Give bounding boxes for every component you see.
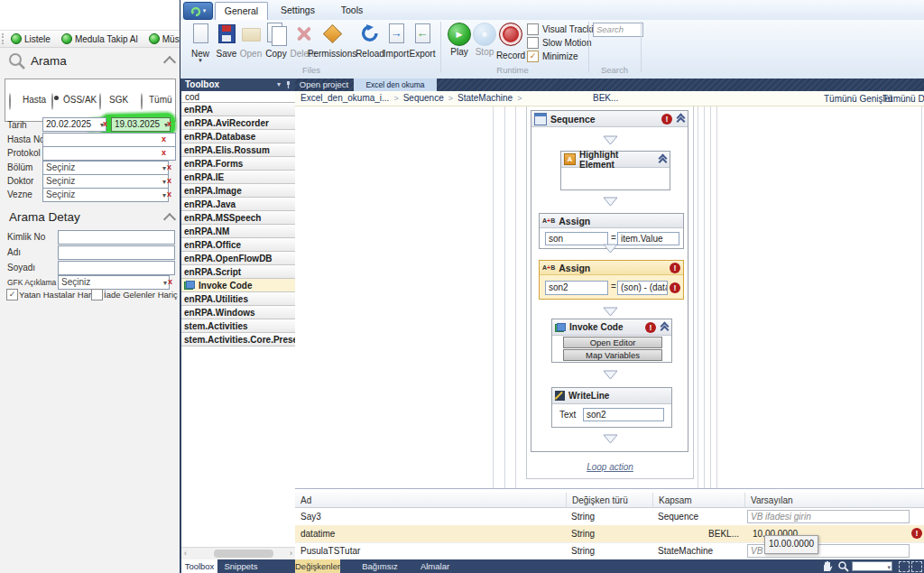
toolbox-category[interactable]: enRPA.Utilities (181, 292, 296, 306)
date-from-clear-icon[interactable]: x (103, 119, 107, 128)
var-type[interactable]: String (566, 525, 652, 542)
toolbox-category[interactable]: enRPA.AviRecorder (181, 116, 296, 130)
sequence-activity[interactable]: Sequence ! A Highlight Element A+B Assig… (531, 110, 688, 452)
toolbox-category[interactable]: enRPA.OpenFlowDB (181, 252, 296, 265)
scroll-left-icon[interactable]: ‹ (184, 549, 187, 558)
fit-selection-icon[interactable] (911, 561, 922, 572)
tab-bagimsiz-degiskenler[interactable]: Bağımsız değişkenler (344, 559, 416, 573)
column-header-scope[interactable]: Kapsam (652, 493, 744, 508)
tab-excel-den-okuma[interactable]: Excel den okuma işlemi* × (354, 79, 437, 91)
assign1-value-input[interactable]: item.Value (617, 232, 679, 245)
collapse-icon[interactable] (676, 115, 685, 124)
toolbox-category[interactable]: enRPA.Windows (181, 306, 296, 319)
var-type[interactable]: String (566, 542, 652, 559)
assign1-header[interactable]: A+B Assign (540, 214, 683, 228)
var-default-input[interactable]: VB ifadesi girin (747, 510, 910, 523)
date-from-field[interactable]: 20.02.2025 ▾ (42, 117, 106, 132)
fit-to-screen-icon[interactable] (899, 561, 910, 572)
collapse-detay-icon[interactable] (163, 213, 176, 226)
toolbox-category[interactable]: enRPA.Script (181, 265, 296, 279)
tab-tools[interactable]: Tools (330, 2, 374, 19)
toolbox-category[interactable]: enRPA.MSSpeech (181, 211, 296, 225)
column-header-type[interactable]: Değişken türü (566, 493, 652, 508)
writeline-text-input[interactable]: son2 (583, 408, 664, 421)
collapse-icon[interactable] (660, 323, 669, 332)
vezne-clear-icon[interactable]: x (167, 189, 171, 199)
breadcrumb-state[interactable]: BEK... (593, 93, 618, 103)
assign2-to-input[interactable]: son2 (545, 281, 608, 295)
toolbar-grip[interactable] (2, 33, 4, 44)
toolbox-header[interactable]: Toolbox ▾ (181, 79, 295, 91)
toolbox-category[interactable]: enRPA.Forms (181, 157, 296, 171)
listele-button[interactable]: Listele (24, 34, 51, 44)
breadcrumb-sequence[interactable]: Sequence (403, 93, 444, 103)
gfk-clear-icon[interactable]: x (168, 277, 172, 286)
bolum-clear-icon[interactable]: x (167, 162, 171, 171)
assign1-to-input[interactable]: son (545, 232, 608, 245)
date-to-field[interactable]: 19.03.2025 ▾ (111, 117, 171, 132)
open-editor-button[interactable]: Open Editor (563, 337, 662, 348)
gfk-dropdown-icon[interactable]: ▾ (163, 277, 167, 289)
writeline-header[interactable]: WriteLine (552, 388, 671, 404)
adi-input[interactable] (58, 245, 175, 260)
zoom-icon[interactable] (837, 560, 849, 572)
app-menu-button[interactable]: ▾ (183, 2, 213, 20)
vezne-select[interactable]: Seçiniz ▾ (42, 188, 169, 202)
ribbon-search-input[interactable]: Search (593, 23, 643, 37)
yatan-checkbox[interactable]: ✓ (6, 289, 18, 300)
writeline-activity[interactable]: WriteLine Text son2 (551, 387, 672, 428)
toolbox-hscrollbar[interactable]: ‹ › (181, 547, 295, 559)
toolbox-search-input[interactable]: cod (181, 91, 295, 103)
radio-hasta[interactable] (9, 93, 11, 110)
radio-ossak[interactable] (51, 93, 53, 110)
radio-sgk[interactable] (99, 93, 101, 110)
protokol-no-input[interactable] (42, 146, 176, 161)
tab-almalar[interactable]: Almalar (420, 559, 450, 573)
var-name[interactable]: PusulaTSTutar (295, 542, 566, 559)
highlight-element-header[interactable]: A Highlight Element (561, 152, 670, 168)
slow-motion-checkbox[interactable]: Slow Motion (527, 37, 591, 49)
collapse-icon[interactable] (658, 155, 667, 164)
map-variables-button[interactable]: Map Variables (563, 349, 662, 361)
highlight-element-activity[interactable]: A Highlight Element (560, 151, 670, 190)
soyadi-input[interactable] (58, 261, 175, 275)
sequence-header[interactable]: Sequence ! (531, 111, 688, 127)
hasta-no-clear-icon[interactable]: x (162, 134, 166, 143)
collapse-arama-icon[interactable] (163, 56, 176, 69)
tab-general[interactable]: General (215, 2, 268, 20)
var-scope[interactable]: StateMachine (652, 542, 744, 559)
toolbox-category[interactable]: enRPA.NM (181, 225, 296, 238)
var-name[interactable]: datatime (295, 525, 566, 542)
workflow-canvas[interactable]: Loop action Sequence ! A Highlight Eleme… (295, 106, 924, 488)
date-to-clear-icon[interactable]: x (167, 119, 171, 128)
var-scope[interactable]: BEKL... (652, 525, 739, 542)
doktor-clear-icon[interactable]: x (167, 176, 171, 185)
tab-settings[interactable]: Settings (271, 2, 325, 19)
toolbox-category[interactable]: enRPA.Image (181, 184, 296, 198)
collapse-all-link[interactable]: Tümünü Dar (882, 94, 924, 104)
scrollbar-thumb[interactable] (214, 550, 273, 558)
kimlik-input[interactable] (58, 230, 175, 245)
toolbox-category[interactable]: enRPA.IE (181, 171, 296, 184)
export-button[interactable]: ← Export (402, 23, 443, 59)
assign2-header[interactable]: A+B Assign ! (540, 261, 683, 275)
minimize-checkbox[interactable]: ✓ Minimize (527, 51, 578, 62)
radio-tumu[interactable] (141, 93, 143, 110)
scroll-right-icon[interactable]: › (290, 549, 292, 558)
tab-degiskenler[interactable]: Değişkenler (295, 559, 340, 573)
iade-checkbox[interactable] (91, 289, 103, 300)
doktor-dropdown-icon[interactable]: ▾ (162, 176, 166, 188)
toolbox-item-invoke-code[interactable]: Invoke Code (181, 279, 296, 292)
panel-tab-toolbox[interactable]: Toolbox (181, 559, 217, 573)
breadcrumb-root[interactable]: Excel_den_okuma_i... (300, 93, 389, 103)
invoke-code-header[interactable]: Invoke Code ! (552, 319, 671, 336)
record-button[interactable]: Record (490, 23, 531, 60)
toolbox-dropdown-icon[interactable]: ▾ (277, 79, 281, 91)
minimize-box[interactable]: ✓ (527, 51, 539, 62)
panel-tab-snippets[interactable]: Snippets (219, 559, 263, 573)
column-header-ad[interactable]: Ad (295, 493, 566, 508)
hasta-no-input[interactable] (42, 133, 176, 147)
tab-open-project[interactable]: Open project (295, 79, 353, 91)
visual-tracking-checkbox[interactable]: Visual Tracking (527, 23, 604, 35)
protokol-no-clear-icon[interactable]: x (162, 148, 166, 157)
